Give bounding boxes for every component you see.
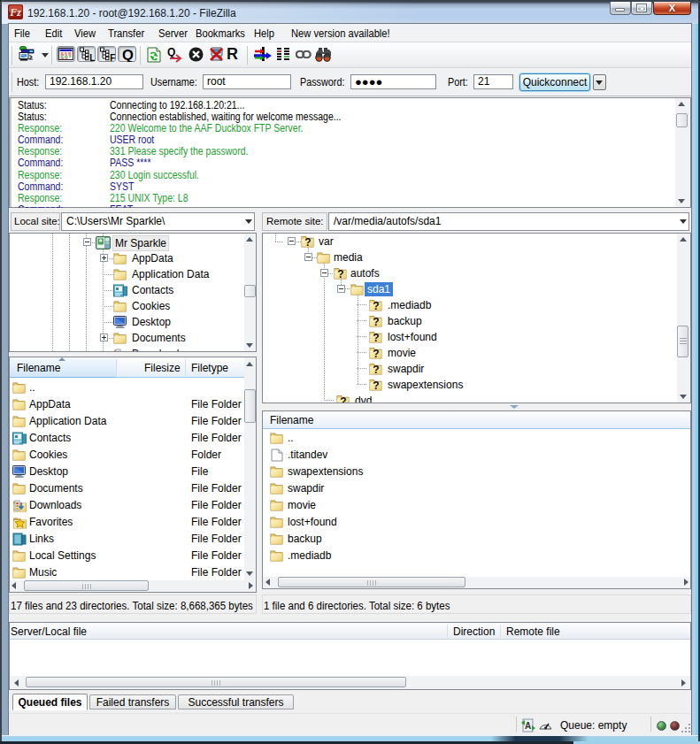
svg-text:A: A (525, 721, 531, 731)
svg-text:Q: Q (167, 46, 175, 58)
svg-text:F: F (110, 53, 115, 61)
svg-text:?: ? (340, 395, 346, 403)
svg-text:?: ? (373, 347, 379, 358)
svg-text:L: L (89, 53, 95, 61)
svg-text:Q: Q (122, 47, 134, 62)
svg-text:?: ? (373, 315, 379, 326)
svg-text:?: ? (373, 363, 379, 374)
svg-text:?: ? (304, 236, 311, 248)
svg-text:?: ? (373, 379, 379, 390)
svg-text:Fz: Fz (9, 6, 21, 19)
svg-text:?: ? (373, 331, 379, 342)
svg-text:?: ? (373, 299, 379, 311)
svg-text:?: ? (337, 268, 343, 280)
